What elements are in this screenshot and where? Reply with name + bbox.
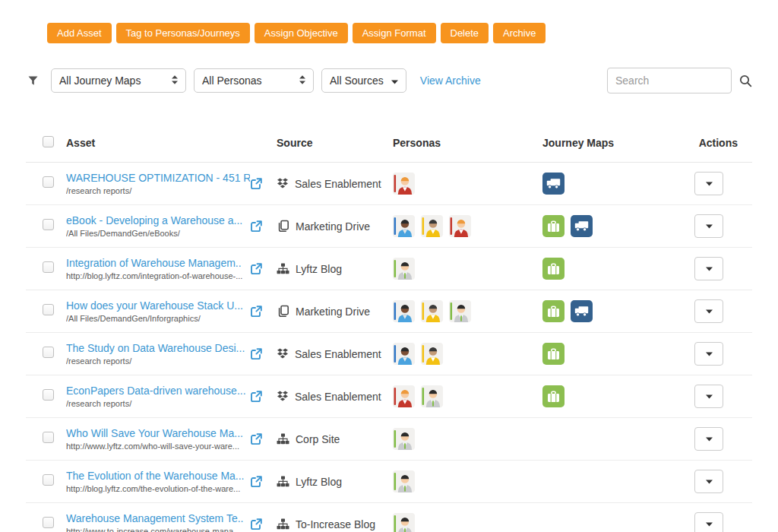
external-link-icon[interactable] (250, 518, 262, 530)
row-checkbox[interactable] (43, 261, 54, 273)
asset-title-link[interactable]: Integration of Warehouse Managem.. (66, 257, 250, 269)
sitemap-icon (277, 433, 289, 445)
journey-maps-filter-select[interactable]: All Journey Maps (51, 68, 186, 93)
row-actions-dropdown[interactable] (694, 172, 723, 195)
row-actions-dropdown[interactable] (694, 299, 723, 323)
table-row: Integration of Warehouse Managem.. http:… (26, 248, 752, 290)
persona-avatar-green (393, 513, 415, 532)
asset-title-link[interactable]: WAREHOUSE OPTIMIZATION - 451 R.. (66, 172, 250, 184)
dropbox-icon (277, 348, 289, 359)
search-icon[interactable] (739, 74, 752, 87)
row-checkbox[interactable] (43, 432, 54, 443)
filter-funnel-icon (28, 76, 38, 86)
row-actions-dropdown[interactable] (694, 214, 723, 238)
personas-cell (391, 258, 539, 280)
asset-table-body: WAREHOUSE OPTIMIZATION - 451 R.. /resear… (26, 163, 752, 532)
persona-avatar-green (393, 470, 415, 492)
truck-journey-badge (571, 300, 593, 322)
source-label: Sales Enablement (295, 391, 381, 403)
external-link-icon[interactable] (250, 476, 262, 488)
personas-filter-select[interactable]: All Personas (194, 68, 314, 93)
search-input[interactable] (607, 68, 732, 93)
select-stepper-icon (299, 74, 305, 87)
row-checkbox[interactable] (43, 389, 54, 401)
row-actions-dropdown[interactable] (694, 512, 723, 532)
personas-cell (391, 470, 539, 492)
row-actions-dropdown[interactable] (694, 342, 723, 366)
asset-title-link[interactable]: Warehouse Management System Te.. (66, 512, 250, 524)
asset-path: /research reports/ (66, 186, 250, 195)
persona-avatar-blue (393, 343, 415, 365)
persona-avatar-red (393, 385, 415, 407)
row-checkbox[interactable] (43, 304, 54, 315)
external-link-icon[interactable] (250, 178, 262, 190)
persona-avatar-yellow (421, 343, 443, 365)
asset-title-link[interactable]: eBook - Developing a Warehouse a... (66, 214, 250, 226)
asset-path: http://blog.lyftz.com/integration-of-war… (66, 271, 250, 280)
sources-filter-dropdown[interactable]: All Sources (321, 68, 406, 93)
asset-path: /All Files/DemandGen/eBooks/ (66, 229, 250, 238)
copy-icon (277, 305, 289, 318)
row-checkbox[interactable] (43, 347, 54, 358)
external-link-icon[interactable] (250, 348, 262, 360)
source-label: Sales Enablement (295, 348, 381, 360)
personas-filter-value: All Personas (202, 74, 262, 87)
filter-bar: All Journey Maps All Personas All Source… (26, 68, 752, 93)
asset-table-header: Asset Source Personas Journey Maps Actio… (26, 131, 752, 163)
source-label: Marketing Drive (296, 306, 370, 318)
journey-maps-cell (539, 258, 694, 280)
briefcase-journey-badge (542, 215, 565, 237)
row-checkbox[interactable] (43, 219, 54, 230)
dropbox-icon (277, 391, 289, 402)
row-actions-dropdown[interactable] (694, 427, 723, 451)
asset-title-link[interactable]: The Evolution of the Warehouse Ma... (66, 470, 250, 482)
select-all-checkbox[interactable] (43, 136, 54, 147)
asset-path: http://blog.lyftz.com/the-evolution-of-t… (66, 484, 250, 493)
row-checkbox[interactable] (43, 474, 54, 486)
header-journey-maps: Journey Maps (539, 137, 694, 149)
asset-path: /research reports/ (66, 356, 250, 366)
table-row: The Study on Data Warehouse Desi... /res… (26, 333, 752, 375)
row-actions-dropdown[interactable] (694, 470, 723, 493)
asset-title-link[interactable]: How does your Warehouse Stack U... (66, 299, 250, 312)
truck-journey-badge (542, 173, 565, 195)
header-personas: Personas (391, 137, 539, 149)
add-asset-button[interactable]: Add Asset (47, 23, 112, 43)
table-row: Who Will Save Your Warehouse Ma... http:… (26, 418, 752, 461)
external-link-icon[interactable] (250, 306, 262, 318)
persona-avatar-green (393, 428, 415, 450)
archive-button[interactable]: Archive (493, 23, 546, 43)
external-link-icon[interactable] (250, 263, 262, 275)
row-actions-dropdown[interactable] (694, 385, 723, 408)
personas-cell (391, 428, 539, 450)
header-source: Source (273, 137, 391, 149)
view-archive-link[interactable]: View Archive (420, 74, 481, 87)
row-checkbox[interactable] (43, 176, 54, 188)
personas-cell (391, 513, 539, 532)
personas-cell (391, 385, 539, 407)
asset-path: http://www.to-increase.com/warehouse-man… (66, 527, 250, 532)
asset-title-link[interactable]: The Study on Data Warehouse Desi... (66, 342, 250, 354)
toolbar: Add Asset Tag to Personas/Journeys Assig… (47, 23, 752, 43)
external-link-icon[interactable] (250, 433, 262, 445)
assign-objective-button[interactable]: Assign Objective (255, 23, 348, 43)
row-actions-dropdown[interactable] (694, 257, 723, 280)
asset-title-link[interactable]: Who Will Save Your Warehouse Ma... (66, 427, 250, 439)
delete-button[interactable]: Delete (441, 23, 489, 43)
assign-format-button[interactable]: Assign Format (353, 23, 436, 43)
sources-filter-value: All Sources (330, 74, 384, 87)
external-link-icon[interactable] (250, 391, 262, 403)
asset-title-link[interactable]: EconPapers Data-driven warehouse... (66, 385, 250, 397)
truck-journey-badge (571, 215, 593, 237)
tag-personas-journeys-button[interactable]: Tag to Personas/Journeys (116, 23, 250, 43)
row-checkbox[interactable] (43, 517, 54, 528)
briefcase-journey-badge (542, 343, 565, 365)
source-label: Lyftz Blog (296, 476, 342, 488)
briefcase-journey-badge (542, 300, 565, 322)
copy-icon (277, 220, 289, 233)
table-row: Warehouse Management System Te.. http://… (26, 503, 752, 532)
external-link-icon[interactable] (250, 220, 262, 233)
table-row: eBook - Developing a Warehouse a... /All… (26, 205, 752, 248)
asset-path: /All Files/DemandGen/Inforgraphics/ (66, 314, 250, 323)
persona-avatar-green (421, 385, 443, 407)
